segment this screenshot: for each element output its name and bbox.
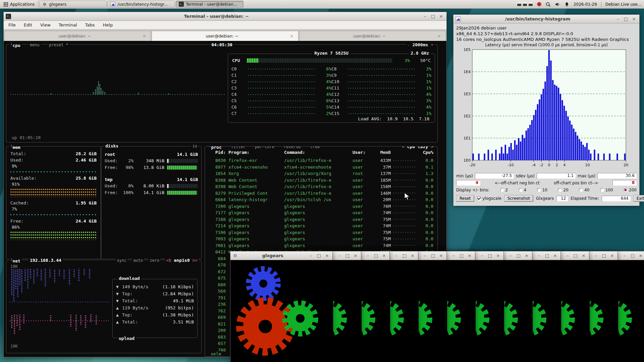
minimize-button[interactable]: –: [564, 253, 571, 259]
net-auto-toggle[interactable]: auto: [132, 257, 144, 263]
process-row[interactable]: 8977 xfce4-screensho xfce4-screenshoote …: [209, 164, 433, 171]
screenshot-button[interactable]: Screenshot: [504, 195, 533, 202]
net-interface-selector[interactable]: <b enp1s0 n>: [165, 257, 199, 263]
process-row[interactable]: 8279 Privileged Cont /usr/lib/firefox-e …: [209, 190, 433, 197]
volume-icon[interactable]: [555, 2, 560, 7]
btop-menu-button[interactable]: menu: [29, 42, 41, 48]
notification-tray-icon[interactable]: [537, 2, 541, 6]
maximize-button[interactable]: □: [373, 253, 379, 259]
taskbar-button-terminal[interactable]: >_ Terminal - user@debian...: [176, 1, 244, 8]
proc-tree-toggle[interactable]: tree: [309, 146, 321, 150]
process-row[interactable]: 6684 latency-histogr /usr/bin/tclsh /us …: [209, 196, 433, 203]
maximize-button[interactable]: □: [344, 253, 351, 259]
ylogscale-checkbox[interactable]: ylogscale: [477, 196, 501, 201]
bins-radio[interactable]: 2: [500, 188, 508, 192]
minimize-button[interactable]: –: [336, 253, 343, 259]
net-sync-toggle[interactable]: sync: [116, 257, 127, 263]
process-row[interactable]: 7081 glxgears glxgears user 74M 0.0: [209, 242, 433, 249]
maximize-button[interactable]: □: [430, 13, 436, 19]
close-button[interactable]: ×: [637, 253, 644, 259]
close-button[interactable]: ×: [381, 253, 387, 259]
taskbar-button-latency-histogram[interactable]: /usr/bin/latency-histogr...: [107, 1, 175, 8]
minimize-button[interactable]: –: [422, 13, 428, 19]
process-row[interactable]: 8398 Web Content /usr/lib/firefox-e user…: [209, 183, 433, 190]
tab-close-icon[interactable]: ×: [289, 34, 295, 39]
maximize-button[interactable]: □: [623, 16, 629, 22]
close-button[interactable]: ×: [466, 253, 473, 259]
terminal-tab[interactable]: user@debian: ~ ×: [4, 31, 151, 41]
menu-item[interactable]: Terminal: [59, 22, 77, 27]
tab-close-icon[interactable]: ×: [141, 34, 147, 39]
proc-filter-button[interactable]: filter: [230, 146, 247, 150]
taskbar-button-glxgears[interactable]: ⚙ glxgears: [39, 1, 107, 8]
btop-preset-button[interactable]: preset *: [48, 42, 70, 48]
search-icon[interactable]: [545, 2, 551, 7]
minimize-button[interactable]: –: [479, 253, 485, 259]
bins-radio[interactable]: 40: [579, 188, 589, 192]
close-button[interactable]: ×: [409, 253, 416, 259]
exit-button[interactable]: Exit: [633, 195, 644, 202]
maximize-button[interactable]: □: [601, 253, 607, 259]
close-button[interactable]: ×: [324, 253, 330, 259]
maximize-button[interactable]: □: [430, 253, 436, 259]
menu-item[interactable]: Tabs: [85, 22, 95, 27]
window-layout-tray-icon[interactable]: [517, 2, 533, 6]
proc-sort-selector[interactable]: < cpu lazy >: [400, 146, 435, 150]
net-zero-toggle[interactable]: zero: [149, 257, 160, 263]
process-row[interactable]: 7106 glxgears glxgears user 75M 0.0: [209, 229, 433, 236]
close-button[interactable]: ×: [552, 253, 558, 259]
menu-item[interactable]: View: [40, 22, 51, 27]
glxgears-window[interactable]: ⚙ glxgears – □ ×: [230, 251, 333, 362]
minimize-button[interactable]: –: [621, 253, 628, 259]
terminal-titlebar[interactable]: >_ Terminal - user@debian: ~ – □ ×: [4, 12, 446, 21]
maximize-button[interactable]: □: [401, 253, 408, 259]
bins-radio[interactable]: 200: [624, 188, 637, 192]
close-button[interactable]: ×: [438, 253, 444, 259]
minimize-button[interactable]: –: [393, 253, 400, 259]
process-row[interactable]: 8388 Web Content /usr/lib/firefox-e user…: [209, 177, 433, 184]
user-label[interactable]: Debian Live use...: [605, 2, 641, 7]
close-button[interactable]: ×: [631, 16, 637, 22]
process-row[interactable]: 7188 glxgears glxgears user 75M 0.0: [209, 216, 433, 223]
close-button[interactable]: ×: [495, 253, 501, 259]
clock[interactable]: 2026-01-29: [574, 2, 597, 7]
minimize-button[interactable]: –: [536, 253, 542, 259]
process-row[interactable]: 7177 glxgears glxgears user 74M 0.0: [209, 209, 433, 216]
minimize-button[interactable]: –: [365, 253, 371, 259]
process-row[interactable]: 1854 Xorg /usr/lib/xorg/Xorg root 137M 1…: [209, 170, 433, 177]
bins-radio[interactable]: 10: [537, 188, 547, 192]
minimize-button[interactable]: –: [308, 253, 314, 259]
bins-radio[interactable]: 100: [600, 188, 613, 192]
bins-radio[interactable]: 20: [558, 188, 568, 192]
minimize-button[interactable]: –: [422, 253, 428, 259]
process-row[interactable]: 7214 glxgears glxgears user 74M 0.0: [209, 223, 433, 229]
maximize-button[interactable]: □: [487, 253, 493, 259]
maximize-button[interactable]: □: [316, 253, 322, 259]
proc-per-core-toggle[interactable]: per-core: [254, 146, 276, 150]
process-row[interactable]: 7200 glxgears glxgears user 76M 0.0: [209, 203, 433, 210]
minimize-button[interactable]: –: [450, 253, 457, 259]
close-button[interactable]: ×: [609, 253, 615, 259]
close-button[interactable]: ×: [580, 253, 587, 259]
reset-button[interactable]: Reset: [456, 195, 474, 202]
latency-titlebar[interactable]: /usr/bin/latency-histogram – □ ×: [453, 15, 639, 23]
minimize-button[interactable]: –: [593, 253, 599, 259]
close-button[interactable]: ×: [523, 253, 530, 259]
process-row[interactable]: 8030 firefox-esr /usr/lib/firefox-e user…: [209, 157, 433, 164]
close-button[interactable]: ×: [352, 253, 359, 259]
close-button[interactable]: ×: [438, 13, 444, 19]
minimize-button[interactable]: –: [614, 16, 621, 22]
applications-menu[interactable]: Applications: [0, 0, 38, 8]
menu-item[interactable]: File: [8, 22, 16, 27]
btop-interval-control[interactable]: - 2000ms +: [406, 42, 435, 48]
proc-reverse-toggle[interactable]: reverse: [282, 146, 302, 150]
glxgears-titlebar[interactable]: ⚙ glxgears – □ ×: [230, 251, 332, 260]
maximize-button[interactable]: □: [572, 253, 579, 259]
terminal-tab[interactable]: user@debian: ~ ×: [299, 31, 446, 41]
maximize-button[interactable]: □: [544, 253, 550, 259]
process-row[interactable]: 7093 glxgears glxgears user 75M 0.0: [209, 236, 433, 242]
disks-io-toggle[interactable]: io: [191, 143, 199, 149]
menu-item[interactable]: Edit: [24, 22, 32, 27]
maximize-button[interactable]: □: [515, 253, 522, 259]
maximize-button[interactable]: □: [458, 253, 465, 259]
